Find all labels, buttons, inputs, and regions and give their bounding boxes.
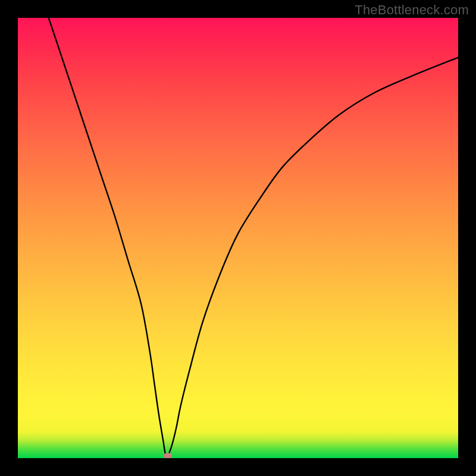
chart-frame: TheBottleneck.com [0,0,476,476]
watermark-text: TheBottleneck.com [355,2,469,18]
optimal-point-marker [164,453,172,458]
bottleneck-curve [18,18,458,458]
plot-area [18,18,458,458]
